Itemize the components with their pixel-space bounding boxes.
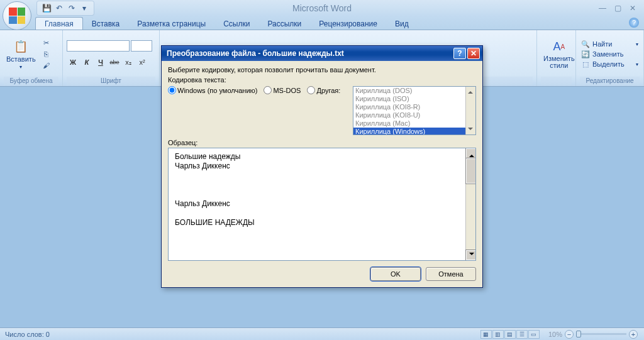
help-icon[interactable]: ?	[629, 18, 639, 28]
word-count[interactable]: Число слов: 0	[0, 331, 55, 338]
scroll-down-icon[interactable]	[466, 250, 476, 260]
radio-other-input[interactable]	[307, 86, 315, 94]
zoom-slider[interactable]	[576, 333, 626, 335]
quick-access-toolbar: 💾 ↶ ↷ ▾	[36, 1, 94, 16]
font-group-label: Шрифт	[67, 77, 155, 85]
replace-button[interactable]: 🔄Заменить	[580, 50, 640, 59]
office-logo-icon	[9, 8, 25, 24]
file-conversion-dialog: Преобразование файла - большие надежды.t…	[161, 45, 483, 288]
dialog-close-button[interactable]: ✕	[467, 48, 480, 59]
radio-msdos-input[interactable]	[264, 86, 272, 94]
underline-button[interactable]: Ч	[94, 57, 107, 68]
copy-icon[interactable]: ⎘	[41, 49, 52, 59]
radio-windows-input[interactable]	[168, 86, 176, 94]
superscript-button[interactable]: x²	[136, 57, 148, 68]
scroll-up-icon[interactable]	[466, 148, 476, 158]
paste-icon: 📋	[13, 39, 28, 54]
view-draft[interactable]: ▭	[528, 330, 540, 339]
tab-mailings[interactable]: Рассылки	[258, 18, 310, 30]
cancel-button[interactable]: Отмена	[426, 267, 476, 281]
tab-view[interactable]: Вид	[386, 18, 418, 30]
undo-icon[interactable]: ↶	[53, 3, 65, 14]
sample-preview: Большие надежды Чарльз Диккенс Чарльз Ди…	[168, 148, 476, 261]
encoding-option[interactable]: Кириллица (KOI8-U)	[353, 111, 475, 119]
dialog-prompt: Выберите кодировку, которая позволит про…	[168, 66, 476, 74]
tab-references[interactable]: Ссылки	[214, 18, 258, 30]
subscript-button[interactable]: x₂	[122, 57, 135, 68]
radio-msdos-label: MS-DOS	[273, 87, 301, 94]
editing-group-label: Редактирование	[580, 77, 640, 85]
radio-windows[interactable]: Windows (по умолчанию)	[168, 86, 257, 94]
app-title: Microsoft Word	[292, 3, 352, 13]
ribbon-tabs: Главная Вставка Разметка страницы Ссылки…	[0, 16, 644, 30]
view-web[interactable]: ▤	[504, 330, 516, 339]
view-buttons: ▦ ▥ ▤ ☰ ▭	[480, 330, 542, 339]
qat-dropdown-icon[interactable]: ▾	[79, 3, 90, 14]
minimize-button[interactable]: —	[597, 4, 608, 13]
paste-label: Вставить	[6, 55, 36, 63]
dialog-help-button[interactable]: ?	[453, 48, 466, 59]
dialog-titlebar[interactable]: Преобразование файла - большие надежды.t…	[162, 46, 482, 61]
tab-review[interactable]: Рецензирование	[310, 18, 386, 30]
view-outline[interactable]: ☰	[516, 330, 528, 339]
sample-label: Образец:	[168, 139, 476, 146]
ok-button[interactable]: OK	[370, 267, 421, 281]
encoding-option-selected[interactable]: Кириллица (Windows)	[353, 128, 475, 135]
dialog-title: Преобразование файла - большие надежды.t…	[164, 49, 452, 58]
encoding-option[interactable]: Кириллица (Mac)	[353, 119, 475, 128]
zoom-controls: 10% − +	[542, 330, 644, 339]
zoom-level[interactable]: 10%	[548, 331, 562, 338]
clipboard-group-label: Буфер обмена	[4, 77, 58, 85]
bold-button[interactable]: Ж	[67, 57, 79, 68]
replace-label: Заменить	[592, 50, 623, 58]
cut-icon[interactable]: ✂	[41, 38, 52, 48]
font-size-combo[interactable]	[131, 40, 152, 52]
styles-label: Изменить стили	[543, 55, 575, 69]
titlebar: 💾 ↶ ↷ ▾ Microsoft Word — ▢ ✕	[0, 0, 644, 16]
find-icon: 🔍	[581, 40, 590, 48]
redo-icon[interactable]: ↷	[66, 3, 77, 14]
dialog-body: Выберите кодировку, которая позволит про…	[162, 61, 482, 287]
group-font: Ж К Ч abe x₂ x² Шрифт	[63, 30, 160, 86]
change-styles-button[interactable]: AA Изменить стили	[541, 36, 577, 72]
radio-other-label: Другая:	[316, 87, 340, 94]
encoding-option[interactable]: Кириллица (ISO)	[353, 95, 475, 103]
encoding-option[interactable]: Кириллица (DOS)	[353, 87, 475, 95]
zoom-out-button[interactable]: −	[565, 330, 574, 339]
group-clipboard: 📋 Вставить ▾ ✂ ⎘ 🖌 Буфер обмена	[0, 30, 63, 86]
view-print-layout[interactable]: ▦	[480, 330, 492, 339]
radio-other[interactable]: Другая:	[307, 86, 340, 94]
scroll-thumb[interactable]	[466, 158, 476, 184]
save-icon[interactable]: 💾	[41, 3, 52, 14]
find-button[interactable]: 🔍Найти▾	[580, 40, 640, 49]
office-button[interactable]	[3, 1, 31, 30]
encoding-option[interactable]: Кириллица (KOI8-R)	[353, 103, 475, 111]
styles-icon: AA	[552, 39, 567, 54]
sample-scrollbar[interactable]	[465, 148, 475, 260]
styles-group-label	[541, 77, 572, 85]
view-reading[interactable]: ▥	[492, 330, 504, 339]
group-styles: AA Изменить стили	[537, 30, 576, 86]
maximize-button[interactable]: ▢	[613, 4, 623, 13]
italic-button[interactable]: К	[80, 57, 93, 68]
encoding-label: Кодировка текста:	[168, 76, 476, 84]
statusbar: Число слов: 0 ▦ ▥ ▤ ☰ ▭ 10% − +	[0, 327, 644, 340]
tab-layout[interactable]: Разметка страницы	[128, 18, 214, 30]
encoding-list[interactable]: Кириллица (DOS) Кириллица (ISO) Кириллиц…	[353, 86, 476, 135]
close-button[interactable]: ✕	[628, 4, 638, 13]
zoom-thumb[interactable]	[576, 331, 581, 337]
select-button[interactable]: ⬚Выделить▾	[580, 60, 640, 69]
tab-insert[interactable]: Вставка	[83, 18, 129, 30]
font-family-combo[interactable]	[67, 40, 130, 52]
zoom-in-button[interactable]: +	[629, 330, 638, 339]
dialog-button-row: OK Отмена	[168, 267, 476, 281]
tab-home[interactable]: Главная	[35, 17, 83, 30]
strike-button[interactable]: abe	[108, 57, 121, 68]
paste-button[interactable]: 📋 Вставить ▾	[4, 36, 38, 72]
sample-text: Большие надежды Чарльз Диккенс Чарльз Ди…	[175, 152, 255, 227]
radio-msdos[interactable]: MS-DOS	[264, 86, 301, 94]
radio-windows-label: Windows (по умолчанию)	[177, 87, 257, 94]
format-painter-icon[interactable]: 🖌	[41, 60, 52, 70]
encoding-scrollbar[interactable]	[465, 87, 475, 134]
find-label: Найти	[592, 40, 612, 48]
